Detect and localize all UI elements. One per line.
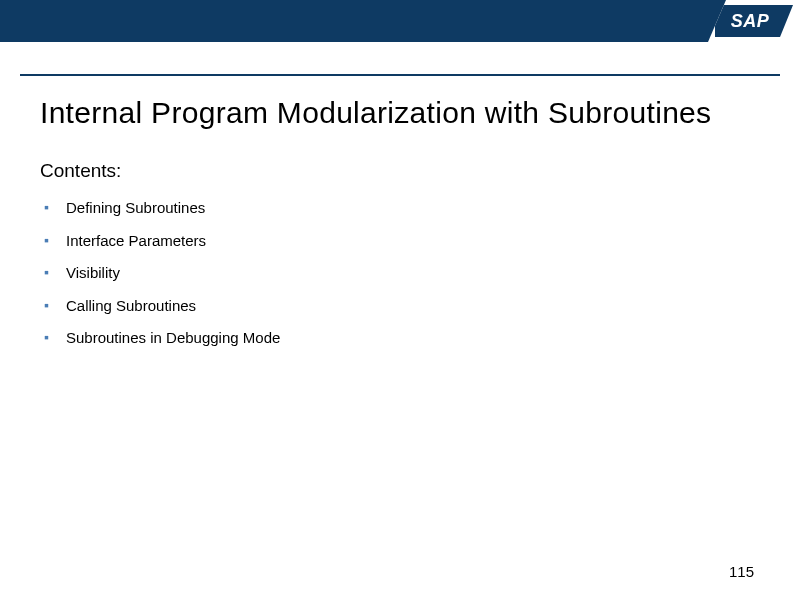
- list-item: Defining Subroutines: [44, 198, 760, 218]
- bullet-list: Defining Subroutines Interface Parameter…: [40, 198, 760, 348]
- sap-logo: SAP: [715, 5, 793, 37]
- page-number: 115: [729, 563, 754, 580]
- list-item: Interface Parameters: [44, 231, 760, 251]
- list-item: Calling Subroutines: [44, 296, 760, 316]
- slide-title: Internal Program Modularization with Sub…: [40, 96, 760, 130]
- header-bar: SAP: [0, 0, 800, 42]
- list-item: Visibility: [44, 263, 760, 283]
- content-area: Internal Program Modularization with Sub…: [0, 42, 800, 348]
- contents-label: Contents:: [40, 160, 760, 182]
- title-underline: [20, 74, 780, 76]
- logo-background: SAP: [708, 0, 800, 42]
- list-item: Subroutines in Debugging Mode: [44, 328, 760, 348]
- logo-container: SAP: [708, 0, 800, 42]
